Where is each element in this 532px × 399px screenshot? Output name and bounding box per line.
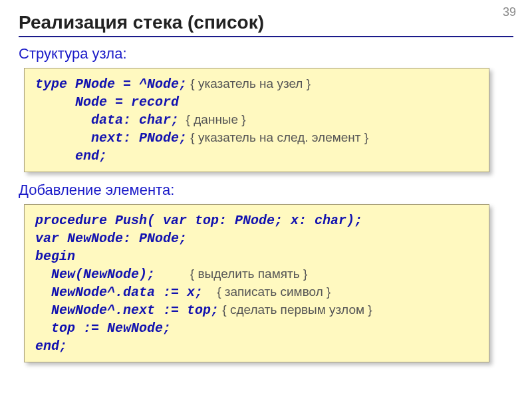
code-line: Node = record: [35, 93, 478, 111]
code-line: end;: [35, 337, 478, 355]
code-kw: Node = record: [35, 94, 179, 110]
slide: 39 Реализация стека (список) Структура у…: [0, 0, 532, 399]
code-comment: { записать символ }: [203, 285, 331, 299]
code-block-push: procedure Push( var top: PNode; x: char)…: [24, 204, 489, 362]
code-kw: New(NewNode);: [35, 267, 155, 282]
code-line: next: PNode; { указатель на след. элемен…: [35, 129, 478, 147]
code-line: data: char; { данные }: [35, 111, 478, 129]
code-line: New(NewNode); { выделить память }: [35, 265, 478, 283]
code-line: begin: [35, 247, 478, 265]
code-line: end;: [35, 147, 478, 165]
code-line: NewNode^.next := top; { сделать первым у…: [35, 301, 478, 319]
code-comment: { сделать первым узлом }: [219, 303, 372, 317]
code-line: procedure Push( var top: PNode; x: char)…: [35, 211, 478, 229]
code-kw: end;: [35, 148, 107, 164]
code-line: top := NewNode;: [35, 319, 478, 337]
slide-title: Реализация стека (список): [19, 12, 513, 33]
title-divider: [19, 36, 513, 37]
code-kw: type PNode = ^Node;: [35, 76, 187, 92]
page-number: 39: [503, 5, 516, 19]
code-line: NewNode^.data := x; { записать символ }: [35, 283, 478, 301]
code-block-struct: type PNode = ^Node; { указатель на узел …: [24, 68, 489, 172]
code-kw: procedure Push( var top: PNode; x: char)…: [35, 213, 362, 228]
code-kw: end;: [35, 338, 67, 354]
code-comment: { указатель на след. элемент }: [187, 130, 368, 144]
code-kw: next: PNode;: [35, 130, 187, 146]
code-line: type PNode = ^Node; { указатель на узел …: [35, 75, 478, 93]
code-comment: { указатель на узел }: [187, 76, 311, 90]
code-kw: begin: [35, 249, 75, 264]
section-heading-add: Добавление элемента:: [19, 182, 513, 199]
code-kw: top := NewNode;: [35, 321, 171, 336]
code-kw: NewNode^.data := x;: [35, 285, 203, 300]
code-comment: { выделить память }: [155, 267, 307, 281]
code-kw: NewNode^.next := top;: [35, 303, 219, 318]
code-line: var NewNode: PNode;: [35, 229, 478, 247]
code-kw: data: char;: [35, 112, 179, 128]
code-comment: { данные }: [179, 112, 246, 126]
code-kw: var NewNode: PNode;: [35, 231, 187, 246]
section-heading-struct: Структура узла:: [19, 45, 513, 63]
